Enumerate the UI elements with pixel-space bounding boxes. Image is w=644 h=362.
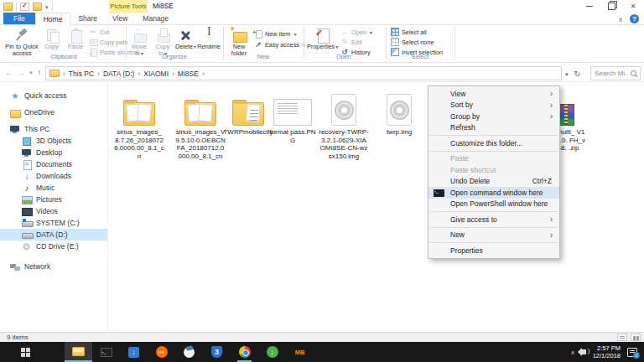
- sidebar-item-system-c[interactable]: SYSTEM (C:): [0, 217, 107, 229]
- sidebar-item-onedrive[interactable]: OneDrive: [0, 106, 107, 118]
- folder-icon: [49, 70, 60, 77]
- search-input[interactable]: Search Mi...: [590, 66, 641, 80]
- green-download-icon: [267, 346, 278, 358]
- breadcrumb[interactable]: This PC DATA (D:) XIAOMI Mi8SE: [45, 66, 562, 80]
- sidebar-item-documents[interactable]: Documents: [0, 158, 107, 170]
- breadcrumb-data-drive[interactable]: DATA (D:): [103, 70, 134, 78]
- sidebar-item-music[interactable]: Music: [0, 182, 107, 194]
- taskbar-browser-360[interactable]: 3: [203, 342, 231, 362]
- menu-item-view[interactable]: View: [428, 88, 559, 100]
- taskbar-mb-tool[interactable]: MB: [286, 342, 314, 362]
- tab-manage[interactable]: Manage: [135, 13, 176, 24]
- sidebar-item-pictures[interactable]: Pictures: [0, 194, 107, 205]
- open-button[interactable]: Open: [340, 27, 372, 37]
- sidebar-item-desktop[interactable]: Desktop: [0, 147, 107, 158]
- download-icon: [22, 172, 32, 181]
- select-none-button[interactable]: Select none: [391, 37, 434, 47]
- taskbar-mi-app[interactable]: mi: [148, 342, 175, 362]
- sidebar-item-3d-objects[interactable]: 3D Objects: [0, 135, 107, 147]
- cut-button[interactable]: Cut: [89, 27, 109, 37]
- tab-share[interactable]: Share: [70, 13, 105, 24]
- speaker-icon[interactable]: [582, 349, 586, 354]
- tab-file[interactable]: File: [3, 13, 35, 24]
- address-dropdown-chevron-icon[interactable]: [565, 70, 569, 78]
- minimize-button[interactable]: [579, 0, 600, 13]
- tab-home[interactable]: Home: [35, 13, 71, 25]
- taskbar-command-prompt[interactable]: [92, 342, 120, 362]
- taskbar-mi-bunny[interactable]: [175, 342, 203, 362]
- breadcrumb-mi8se[interactable]: Mi8SE: [178, 70, 199, 78]
- file-item[interactable]: sirius_images_V9.5.10.0.OEBCNFA_20180712…: [175, 87, 226, 160]
- menu-item-sort-by[interactable]: Sort by: [428, 100, 559, 111]
- new-group-label: New: [225, 53, 302, 60]
- drive-icon: [22, 230, 32, 240]
- sidebar-item-network[interactable]: Network: [0, 261, 107, 272]
- sidebar-item-videos[interactable]: Videos: [0, 205, 107, 217]
- copy-path-button[interactable]: Copy path: [89, 37, 127, 47]
- easy-access-button[interactable]: Easy access: [254, 39, 305, 49]
- breadcrumb-xiaomi[interactable]: XIAOMI: [143, 70, 169, 78]
- close-button[interactable]: [622, 0, 644, 13]
- taskbar-chrome[interactable]: [231, 342, 258, 362]
- menu-item-open-powershell-window[interactable]: Open PowerShell window here: [428, 199, 559, 210]
- monitor-icon: [22, 148, 32, 158]
- large-icons-view-button[interactable]: [631, 334, 641, 341]
- tray-chevron-up-icon[interactable]: [571, 348, 575, 356]
- menu-item-open-command-window[interactable]: Open command window here: [428, 187, 559, 199]
- collapse-ribbon-icon[interactable]: [618, 15, 623, 23]
- file-item[interactable]: recovery-TWRP-3.2.1-0629-XIAOMI8SE-CN-wz…: [319, 87, 369, 160]
- menu-separator: [430, 135, 558, 136]
- up-icon[interactable]: [34, 66, 45, 80]
- disc-image-icon: [331, 94, 356, 126]
- picture-folder-icon: [184, 102, 216, 126]
- help-icon[interactable]: [630, 14, 639, 23]
- sidebar-item-cd-drive-e[interactable]: CD Drive (E:): [0, 240, 107, 252]
- divider: [16, 3, 17, 11]
- action-center-icon[interactable]: 2: [627, 348, 637, 357]
- file-item[interactable]: TWRPmobilecity: [223, 87, 273, 137]
- music-note-icon: [22, 184, 32, 193]
- menu-shortcut: Ctrl+Z: [532, 177, 552, 185]
- sidebar-item-this-pc[interactable]: This PC: [0, 123, 107, 135]
- menu-item-new[interactable]: New: [428, 230, 559, 241]
- menu-item-customize-folder[interactable]: Customize this folder...: [428, 137, 559, 149]
- menu-item-refresh[interactable]: Refresh: [428, 122, 559, 134]
- file-list-area[interactable]: Quick access OneDrive This PC 3D Objects…: [0, 82, 644, 332]
- select-all-button[interactable]: Select all: [391, 27, 427, 37]
- menu-item-group-by[interactable]: Group by: [428, 111, 559, 122]
- edit-button[interactable]: Edit: [340, 37, 362, 47]
- sidebar-item-quick-access[interactable]: Quick access: [0, 90, 107, 101]
- notification-badge: 2: [633, 352, 640, 359]
- qat-properties-icon[interactable]: [20, 3, 29, 11]
- sidebar-item-data-d[interactable]: DATA (D:): [0, 229, 107, 240]
- restore-button[interactable]: [600, 0, 622, 13]
- qat-customize-chevron-icon[interactable]: [45, 3, 49, 11]
- taskbar-updater[interactable]: [258, 342, 286, 362]
- organize-group-label: Organize: [127, 53, 221, 60]
- title-bar: Picture Tools Mi8SE: [0, 0, 644, 13]
- file-item[interactable]: twrp.img: [374, 87, 424, 137]
- taskbar-file-explorer[interactable]: [65, 342, 92, 362]
- file-item[interactable]: format pass.PNG: [267, 87, 318, 144]
- clock[interactable]: 2:57 PM 12/1/2018: [593, 344, 621, 359]
- document-icon: [22, 160, 32, 169]
- qat-new-folder-icon[interactable]: [33, 3, 42, 11]
- file-item[interactable]: sirius_images_8.7.26_20180726.0000.00_8.…: [114, 87, 164, 160]
- back-icon[interactable]: [3, 66, 15, 80]
- easy-access-icon: [254, 40, 262, 49]
- chevron-right-icon: [138, 70, 140, 78]
- menu-item-properties[interactable]: Properties: [428, 245, 559, 256]
- taskbar-flash-tool[interactable]: [120, 342, 148, 362]
- divider: [52, 3, 53, 11]
- menu-separator: [430, 227, 558, 228]
- menu-item-give-access-to[interactable]: Give access to: [428, 214, 559, 225]
- sidebar-item-downloads[interactable]: Downloads: [0, 170, 107, 182]
- menu-item-undo-delete[interactable]: Undo DeleteCtrl+Z: [428, 176, 559, 188]
- refresh-icon[interactable]: [574, 70, 581, 78]
- breadcrumb-this-pc[interactable]: This PC: [69, 70, 94, 78]
- new-item-button[interactable]: New item: [254, 28, 296, 39]
- delete-x-icon: [177, 28, 194, 43]
- details-view-button[interactable]: [617, 334, 627, 341]
- start-button[interactable]: [12, 342, 39, 362]
- tab-view[interactable]: View: [105, 13, 135, 24]
